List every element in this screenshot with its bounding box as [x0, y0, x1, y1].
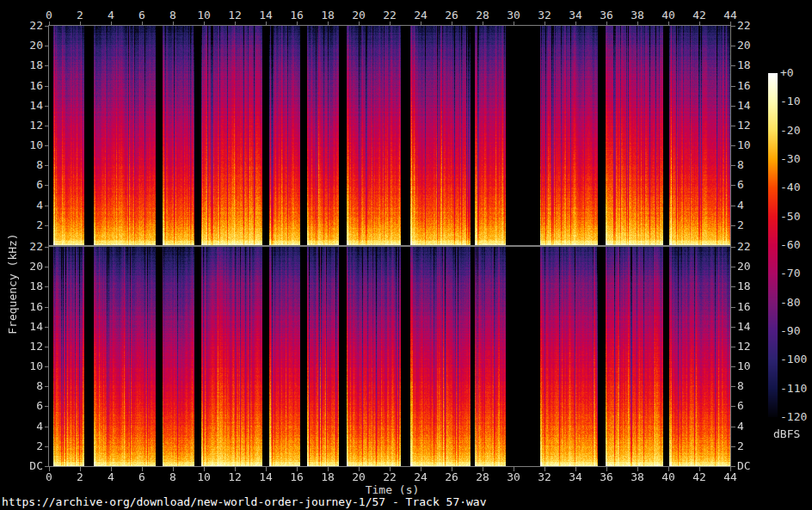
time-tick-top [668, 22, 669, 26]
colorbar-tick-label: -100 [780, 353, 812, 366]
time-tick-top [606, 22, 607, 26]
time-tick-top [49, 22, 50, 26]
freq-tick-right [731, 327, 735, 328]
freq-tick-label-left: 12 [17, 341, 43, 353]
time-tick-label-bottom: 18 [315, 471, 341, 483]
freq-tick-left [45, 446, 49, 447]
freq-tick-label-left: 18 [17, 59, 43, 71]
freq-tick-label-right: 6 [737, 179, 768, 191]
freq-tick-left [45, 247, 49, 248]
freq-tick-label-left: 2 [17, 219, 43, 231]
spectrogram-figure: 0022446688101012121414161618182020222224… [0, 0, 812, 510]
freq-tick-label-right: 2 [737, 440, 768, 452]
freq-tick-right [731, 307, 735, 308]
freq-tick-label-left: 22 [17, 20, 43, 32]
freq-tick-label-right: 20 [737, 40, 768, 52]
freq-tick-label-right: 10 [737, 360, 768, 372]
freq-tick-label-right: 12 [737, 120, 768, 132]
time-tick-label-top: 40 [655, 9, 681, 22]
freq-tick-right [731, 106, 735, 107]
time-tick-top [544, 22, 545, 26]
time-tick-label-top: 30 [501, 9, 526, 22]
freq-tick-left [45, 466, 49, 467]
colorbar-tick-label: -20 [780, 125, 812, 137]
time-tick-label-bottom: 42 [686, 471, 712, 483]
colorbar-tick-label: +0 [780, 67, 812, 79]
freq-tick-label-left: 16 [17, 80, 43, 92]
time-tick-top [235, 22, 236, 26]
time-tick-label-bottom: 28 [470, 471, 495, 483]
colorbar-tick-label: -120 [780, 411, 812, 423]
time-tick-top [204, 22, 205, 26]
freq-tick-left [45, 347, 49, 347]
freq-tick-label-right: 6 [737, 400, 768, 412]
time-tick-label-top: 42 [686, 9, 712, 22]
freq-tick-label-left: 10 [17, 139, 43, 151]
freq-tick-left [45, 46, 49, 46]
freq-tick-right [731, 347, 735, 347]
freq-tick-right [731, 427, 735, 427]
spectrogram-channel-1-canvas [49, 26, 730, 245]
freq-tick-label-left: 4 [17, 421, 43, 433]
freq-tick-left [45, 327, 49, 328]
colorbar-tick-label: -10 [780, 95, 812, 108]
spectrogram-channel-2-canvas [49, 247, 730, 466]
time-tick-label-bottom: 20 [346, 471, 372, 483]
time-tick-top [173, 22, 174, 26]
time-tick-label-top: 20 [346, 9, 372, 22]
time-tick-top [266, 22, 267, 26]
freq-tick-label-right: 20 [737, 261, 768, 273]
freq-tick-label-left: 2 [17, 440, 43, 452]
freq-tick-right [731, 225, 735, 226]
time-tick-top [142, 22, 143, 26]
freq-tick-label-right: 22 [737, 20, 768, 32]
freq-tick-label-left: 6 [17, 179, 43, 191]
time-tick-label-top: 16 [284, 9, 310, 22]
time-tick-top [111, 22, 112, 26]
freq-tick-label-left: 6 [17, 400, 43, 412]
freq-tick-label-right: 10 [737, 139, 768, 151]
freq-tick-label-right: 8 [737, 159, 768, 171]
time-tick-label-bottom: 4 [98, 471, 124, 483]
freq-tick-right [731, 446, 735, 447]
freq-tick-right [731, 165, 735, 166]
freq-tick-label-right: 14 [737, 321, 768, 333]
freq-tick-left [45, 86, 49, 87]
time-tick-label-top: 24 [408, 9, 434, 22]
colorbar-unit-label: dBFS [773, 428, 800, 440]
freq-tick-left [45, 267, 49, 267]
time-tick-label-top: 28 [470, 9, 495, 22]
time-tick-top [699, 22, 700, 26]
time-tick-top [297, 22, 298, 26]
freq-tick-left [45, 65, 49, 66]
freq-tick-label-right: 2 [737, 219, 768, 231]
freq-tick-left [45, 366, 49, 367]
time-tick-label-top: 18 [315, 9, 341, 22]
freq-tick-right [731, 185, 735, 186]
colorbar-tick-label: -110 [780, 383, 812, 395]
freq-tick-left [45, 427, 49, 427]
freq-tick-left [45, 126, 49, 126]
freq-tick-right [731, 286, 735, 287]
freq-tick-label-left: 10 [17, 360, 43, 372]
time-tick-label-bottom: 16 [284, 471, 310, 483]
time-tick-label-bottom: 44 [717, 471, 743, 483]
freq-tick-right [731, 46, 735, 46]
time-tick-label-bottom: 30 [501, 471, 526, 483]
freq-tick-right [731, 145, 735, 146]
freq-tick-label-right: 22 [737, 241, 768, 253]
freq-tick-label-left: 8 [17, 380, 43, 392]
time-tick-label-top: 26 [439, 9, 464, 22]
time-tick-label-top: 6 [129, 9, 155, 22]
colorbar-tick-label: -30 [780, 153, 812, 165]
freq-tick-label-left: 16 [17, 301, 43, 313]
time-tick-label-bottom: 2 [67, 471, 93, 483]
time-tick-label-bottom: 0 [36, 471, 62, 483]
colorbar-gradient [768, 73, 778, 417]
time-tick-label-top: 32 [532, 9, 557, 22]
freq-tick-label-left: 20 [17, 40, 43, 52]
freq-tick-label-right: 12 [737, 341, 768, 353]
freq-tick-label-left: 4 [17, 200, 43, 212]
freq-tick-label-right: 4 [737, 200, 768, 212]
freq-dc-label-right: DC [737, 460, 768, 472]
